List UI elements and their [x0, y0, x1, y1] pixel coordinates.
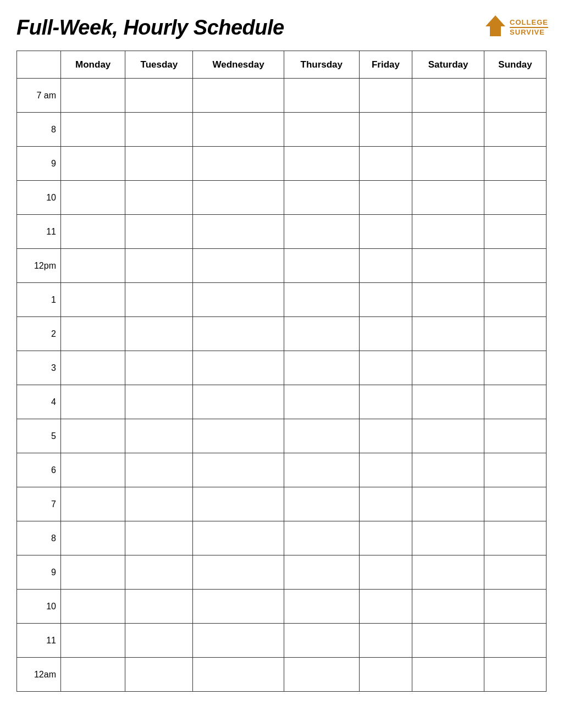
- schedule-cell-row10-day6[interactable]: [484, 419, 547, 453]
- schedule-cell-row8-day1[interactable]: [125, 351, 193, 385]
- schedule-cell-row6-day1[interactable]: [125, 283, 193, 317]
- schedule-cell-row11-day1[interactable]: [125, 453, 193, 487]
- schedule-cell-row5-day1[interactable]: [125, 249, 193, 283]
- schedule-cell-row8-day0[interactable]: [61, 351, 125, 385]
- schedule-cell-row12-day6[interactable]: [484, 487, 547, 521]
- schedule-cell-row8-day4[interactable]: [359, 351, 412, 385]
- schedule-cell-row17-day3[interactable]: [284, 658, 359, 692]
- schedule-cell-row16-day3[interactable]: [284, 624, 359, 658]
- schedule-cell-row10-day2[interactable]: [193, 419, 284, 453]
- schedule-cell-row8-day2[interactable]: [193, 351, 284, 385]
- schedule-cell-row4-day2[interactable]: [193, 215, 284, 249]
- schedule-cell-row17-day5[interactable]: [412, 658, 484, 692]
- schedule-cell-row1-day1[interactable]: [125, 113, 193, 147]
- schedule-cell-row5-day4[interactable]: [359, 249, 412, 283]
- schedule-cell-row1-day4[interactable]: [359, 113, 412, 147]
- schedule-cell-row13-day1[interactable]: [125, 521, 193, 555]
- schedule-cell-row4-day5[interactable]: [412, 215, 484, 249]
- schedule-cell-row13-day4[interactable]: [359, 521, 412, 555]
- schedule-cell-row9-day1[interactable]: [125, 385, 193, 419]
- schedule-cell-row3-day5[interactable]: [412, 181, 484, 215]
- schedule-cell-row4-day3[interactable]: [284, 215, 359, 249]
- schedule-cell-row9-day5[interactable]: [412, 385, 484, 419]
- schedule-cell-row16-day5[interactable]: [412, 624, 484, 658]
- schedule-cell-row15-day6[interactable]: [484, 590, 547, 624]
- schedule-cell-row11-day3[interactable]: [284, 453, 359, 487]
- schedule-cell-row9-day6[interactable]: [484, 385, 547, 419]
- schedule-cell-row17-day6[interactable]: [484, 658, 547, 692]
- schedule-cell-row0-day0[interactable]: [61, 79, 125, 113]
- schedule-cell-row4-day6[interactable]: [484, 215, 547, 249]
- schedule-cell-row16-day4[interactable]: [359, 624, 412, 658]
- schedule-cell-row11-day5[interactable]: [412, 453, 484, 487]
- schedule-cell-row7-day6[interactable]: [484, 317, 547, 351]
- schedule-cell-row7-day5[interactable]: [412, 317, 484, 351]
- schedule-cell-row14-day6[interactable]: [484, 555, 547, 590]
- schedule-cell-row9-day4[interactable]: [359, 385, 412, 419]
- schedule-cell-row2-day4[interactable]: [359, 147, 412, 181]
- schedule-cell-row0-day5[interactable]: [412, 79, 484, 113]
- schedule-cell-row12-day5[interactable]: [412, 487, 484, 521]
- schedule-cell-row3-day0[interactable]: [61, 181, 125, 215]
- schedule-cell-row6-day2[interactable]: [193, 283, 284, 317]
- schedule-cell-row0-day1[interactable]: [125, 79, 193, 113]
- schedule-cell-row6-day6[interactable]: [484, 283, 547, 317]
- schedule-cell-row1-day3[interactable]: [284, 113, 359, 147]
- schedule-cell-row0-day2[interactable]: [193, 79, 284, 113]
- schedule-cell-row5-day0[interactable]: [61, 249, 125, 283]
- schedule-cell-row12-day0[interactable]: [61, 487, 125, 521]
- schedule-cell-row3-day3[interactable]: [284, 181, 359, 215]
- schedule-cell-row15-day4[interactable]: [359, 590, 412, 624]
- schedule-cell-row3-day6[interactable]: [484, 181, 547, 215]
- schedule-cell-row0-day3[interactable]: [284, 79, 359, 113]
- schedule-cell-row6-day4[interactable]: [359, 283, 412, 317]
- schedule-cell-row2-day5[interactable]: [412, 147, 484, 181]
- schedule-cell-row14-day2[interactable]: [193, 555, 284, 590]
- schedule-cell-row16-day6[interactable]: [484, 624, 547, 658]
- schedule-cell-row15-day1[interactable]: [125, 590, 193, 624]
- schedule-cell-row2-day1[interactable]: [125, 147, 193, 181]
- schedule-cell-row16-day2[interactable]: [193, 624, 284, 658]
- schedule-cell-row4-day1[interactable]: [125, 215, 193, 249]
- schedule-cell-row9-day3[interactable]: [284, 385, 359, 419]
- schedule-cell-row5-day5[interactable]: [412, 249, 484, 283]
- schedule-cell-row7-day3[interactable]: [284, 317, 359, 351]
- schedule-cell-row6-day0[interactable]: [61, 283, 125, 317]
- schedule-cell-row17-day2[interactable]: [193, 658, 284, 692]
- schedule-cell-row15-day2[interactable]: [193, 590, 284, 624]
- schedule-cell-row11-day0[interactable]: [61, 453, 125, 487]
- schedule-cell-row10-day5[interactable]: [412, 419, 484, 453]
- schedule-cell-row15-day5[interactable]: [412, 590, 484, 624]
- schedule-cell-row1-day0[interactable]: [61, 113, 125, 147]
- schedule-cell-row14-day1[interactable]: [125, 555, 193, 590]
- schedule-cell-row7-day2[interactable]: [193, 317, 284, 351]
- schedule-cell-row0-day6[interactable]: [484, 79, 547, 113]
- schedule-cell-row0-day4[interactable]: [359, 79, 412, 113]
- schedule-cell-row13-day2[interactable]: [193, 521, 284, 555]
- schedule-cell-row17-day0[interactable]: [61, 658, 125, 692]
- schedule-cell-row2-day0[interactable]: [61, 147, 125, 181]
- schedule-cell-row13-day0[interactable]: [61, 521, 125, 555]
- schedule-cell-row6-day5[interactable]: [412, 283, 484, 317]
- schedule-cell-row4-day4[interactable]: [359, 215, 412, 249]
- schedule-cell-row6-day3[interactable]: [284, 283, 359, 317]
- schedule-cell-row3-day4[interactable]: [359, 181, 412, 215]
- schedule-cell-row7-day4[interactable]: [359, 317, 412, 351]
- schedule-cell-row17-day4[interactable]: [359, 658, 412, 692]
- schedule-cell-row2-day6[interactable]: [484, 147, 547, 181]
- schedule-cell-row1-day2[interactable]: [193, 113, 284, 147]
- schedule-cell-row7-day0[interactable]: [61, 317, 125, 351]
- schedule-cell-row15-day3[interactable]: [284, 590, 359, 624]
- schedule-cell-row16-day1[interactable]: [125, 624, 193, 658]
- schedule-cell-row1-day5[interactable]: [412, 113, 484, 147]
- schedule-cell-row14-day5[interactable]: [412, 555, 484, 590]
- schedule-cell-row10-day3[interactable]: [284, 419, 359, 453]
- schedule-cell-row7-day1[interactable]: [125, 317, 193, 351]
- schedule-cell-row16-day0[interactable]: [61, 624, 125, 658]
- schedule-cell-row10-day4[interactable]: [359, 419, 412, 453]
- schedule-cell-row11-day6[interactable]: [484, 453, 547, 487]
- schedule-cell-row12-day1[interactable]: [125, 487, 193, 521]
- schedule-cell-row15-day0[interactable]: [61, 590, 125, 624]
- schedule-cell-row11-day2[interactable]: [193, 453, 284, 487]
- schedule-cell-row2-day2[interactable]: [193, 147, 284, 181]
